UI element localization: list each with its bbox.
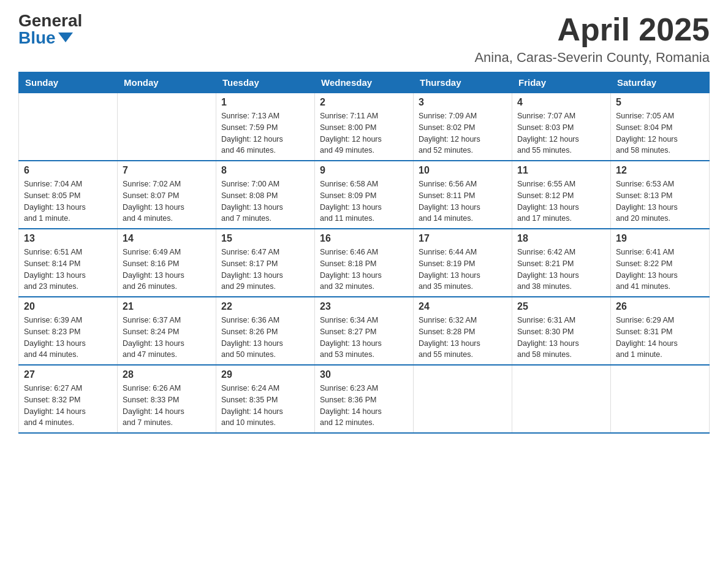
day-cell xyxy=(19,93,118,161)
day-info: Sunrise: 7:04 AM Sunset: 8:05 PM Dayligh… xyxy=(24,178,112,224)
col-thursday: Thursday xyxy=(414,72,512,93)
header-row: Sunday Monday Tuesday Wednesday Thursday… xyxy=(19,72,710,93)
day-cell: 24Sunrise: 6:32 AM Sunset: 8:28 PM Dayli… xyxy=(414,297,512,365)
day-info: Sunrise: 6:23 AM Sunset: 8:36 PM Dayligh… xyxy=(320,383,408,429)
day-info: Sunrise: 6:34 AM Sunset: 8:27 PM Dayligh… xyxy=(320,315,408,361)
day-cell: 2Sunrise: 7:11 AM Sunset: 8:00 PM Daylig… xyxy=(315,93,414,161)
day-cell: 20Sunrise: 6:39 AM Sunset: 8:23 PM Dayli… xyxy=(19,297,118,365)
day-cell: 29Sunrise: 6:24 AM Sunset: 8:35 PM Dayli… xyxy=(216,365,315,433)
day-cell: 3Sunrise: 7:09 AM Sunset: 8:02 PM Daylig… xyxy=(414,93,512,161)
day-cell: 11Sunrise: 6:55 AM Sunset: 8:12 PM Dayli… xyxy=(512,161,611,229)
day-number: 21 xyxy=(123,301,211,312)
day-number: 13 xyxy=(24,233,112,244)
col-saturday: Saturday xyxy=(611,72,710,93)
day-number: 28 xyxy=(123,369,211,380)
day-number: 19 xyxy=(616,233,704,244)
day-info: Sunrise: 6:37 AM Sunset: 8:24 PM Dayligh… xyxy=(123,315,211,361)
col-monday: Monday xyxy=(118,72,216,93)
week-row-3: 13Sunrise: 6:51 AM Sunset: 8:14 PM Dayli… xyxy=(19,229,710,297)
day-number: 14 xyxy=(123,233,211,244)
day-cell: 8Sunrise: 7:00 AM Sunset: 8:08 PM Daylig… xyxy=(216,161,315,229)
day-number: 6 xyxy=(24,165,112,176)
day-info: Sunrise: 6:29 AM Sunset: 8:31 PM Dayligh… xyxy=(616,315,704,361)
day-info: Sunrise: 7:00 AM Sunset: 8:08 PM Dayligh… xyxy=(221,178,309,224)
day-cell: 4Sunrise: 7:07 AM Sunset: 8:03 PM Daylig… xyxy=(512,93,611,161)
week-row-1: 1Sunrise: 7:13 AM Sunset: 7:59 PM Daylig… xyxy=(19,93,710,161)
day-cell: 21Sunrise: 6:37 AM Sunset: 8:24 PM Dayli… xyxy=(118,297,216,365)
day-info: Sunrise: 6:51 AM Sunset: 8:14 PM Dayligh… xyxy=(24,247,112,293)
day-number: 26 xyxy=(616,301,704,312)
col-sunday: Sunday xyxy=(19,72,118,93)
title-block: April 2025 Anina, Caras-Severin County, … xyxy=(474,12,710,66)
day-number: 24 xyxy=(419,301,507,312)
day-number: 11 xyxy=(517,165,605,176)
day-info: Sunrise: 7:13 AM Sunset: 7:59 PM Dayligh… xyxy=(221,110,309,156)
day-cell: 14Sunrise: 6:49 AM Sunset: 8:16 PM Dayli… xyxy=(118,229,216,297)
logo: General Blue xyxy=(18,12,82,47)
day-cell xyxy=(414,365,512,433)
day-cell: 5Sunrise: 7:05 AM Sunset: 8:04 PM Daylig… xyxy=(611,93,710,161)
day-info: Sunrise: 7:11 AM Sunset: 8:00 PM Dayligh… xyxy=(320,110,408,156)
day-info: Sunrise: 7:02 AM Sunset: 8:07 PM Dayligh… xyxy=(123,178,211,224)
day-cell: 12Sunrise: 6:53 AM Sunset: 8:13 PM Dayli… xyxy=(611,161,710,229)
day-info: Sunrise: 6:32 AM Sunset: 8:28 PM Dayligh… xyxy=(419,315,507,361)
day-number: 8 xyxy=(221,165,309,176)
day-cell xyxy=(611,365,710,433)
day-number: 12 xyxy=(616,165,704,176)
day-number: 29 xyxy=(221,369,309,380)
day-cell xyxy=(118,93,216,161)
day-info: Sunrise: 6:39 AM Sunset: 8:23 PM Dayligh… xyxy=(24,315,112,361)
day-number: 10 xyxy=(419,165,507,176)
day-cell: 22Sunrise: 6:36 AM Sunset: 8:26 PM Dayli… xyxy=(216,297,315,365)
day-cell xyxy=(512,365,611,433)
day-info: Sunrise: 6:53 AM Sunset: 8:13 PM Dayligh… xyxy=(616,178,704,224)
day-info: Sunrise: 6:49 AM Sunset: 8:16 PM Dayligh… xyxy=(123,247,211,293)
calendar-body: 1Sunrise: 7:13 AM Sunset: 7:59 PM Daylig… xyxy=(19,93,710,434)
day-info: Sunrise: 6:46 AM Sunset: 8:18 PM Dayligh… xyxy=(320,247,408,293)
location-label: Anina, Caras-Severin County, Romania xyxy=(474,50,710,66)
day-number: 27 xyxy=(24,369,112,380)
day-cell: 13Sunrise: 6:51 AM Sunset: 8:14 PM Dayli… xyxy=(19,229,118,297)
day-info: Sunrise: 6:26 AM Sunset: 8:33 PM Dayligh… xyxy=(123,383,211,429)
day-number: 7 xyxy=(123,165,211,176)
day-number: 5 xyxy=(616,97,704,108)
day-number: 1 xyxy=(221,97,309,108)
day-cell: 18Sunrise: 6:42 AM Sunset: 8:21 PM Dayli… xyxy=(512,229,611,297)
day-info: Sunrise: 6:42 AM Sunset: 8:21 PM Dayligh… xyxy=(517,247,605,293)
calendar-table: Sunday Monday Tuesday Wednesday Thursday… xyxy=(18,72,710,434)
day-number: 23 xyxy=(320,301,408,312)
day-info: Sunrise: 6:27 AM Sunset: 8:32 PM Dayligh… xyxy=(24,383,112,429)
day-cell: 17Sunrise: 6:44 AM Sunset: 8:19 PM Dayli… xyxy=(414,229,512,297)
col-friday: Friday xyxy=(512,72,611,93)
day-cell: 19Sunrise: 6:41 AM Sunset: 8:22 PM Dayli… xyxy=(611,229,710,297)
day-info: Sunrise: 7:07 AM Sunset: 8:03 PM Dayligh… xyxy=(517,110,605,156)
day-info: Sunrise: 6:55 AM Sunset: 8:12 PM Dayligh… xyxy=(517,178,605,224)
day-number: 20 xyxy=(24,301,112,312)
day-info: Sunrise: 6:44 AM Sunset: 8:19 PM Dayligh… xyxy=(419,247,507,293)
day-number: 17 xyxy=(419,233,507,244)
day-cell: 7Sunrise: 7:02 AM Sunset: 8:07 PM Daylig… xyxy=(118,161,216,229)
month-title: April 2025 xyxy=(474,12,710,47)
day-info: Sunrise: 7:05 AM Sunset: 8:04 PM Dayligh… xyxy=(616,110,704,156)
col-tuesday: Tuesday xyxy=(216,72,315,93)
day-info: Sunrise: 6:58 AM Sunset: 8:09 PM Dayligh… xyxy=(320,178,408,224)
day-number: 2 xyxy=(320,97,408,108)
col-wednesday: Wednesday xyxy=(315,72,414,93)
day-cell: 10Sunrise: 6:56 AM Sunset: 8:11 PM Dayli… xyxy=(414,161,512,229)
day-cell: 16Sunrise: 6:46 AM Sunset: 8:18 PM Dayli… xyxy=(315,229,414,297)
day-cell: 23Sunrise: 6:34 AM Sunset: 8:27 PM Dayli… xyxy=(315,297,414,365)
day-info: Sunrise: 6:41 AM Sunset: 8:22 PM Dayligh… xyxy=(616,247,704,293)
day-cell: 30Sunrise: 6:23 AM Sunset: 8:36 PM Dayli… xyxy=(315,365,414,433)
page-header: General Blue April 2025 Anina, Caras-Sev… xyxy=(18,12,710,66)
day-number: 15 xyxy=(221,233,309,244)
week-row-4: 20Sunrise: 6:39 AM Sunset: 8:23 PM Dayli… xyxy=(19,297,710,365)
logo-general-text: General xyxy=(18,12,82,29)
day-number: 22 xyxy=(221,301,309,312)
day-info: Sunrise: 6:24 AM Sunset: 8:35 PM Dayligh… xyxy=(221,383,309,429)
logo-triangle-icon xyxy=(58,33,73,42)
day-cell: 15Sunrise: 6:47 AM Sunset: 8:17 PM Dayli… xyxy=(216,229,315,297)
day-info: Sunrise: 6:31 AM Sunset: 8:30 PM Dayligh… xyxy=(517,315,605,361)
day-number: 3 xyxy=(419,97,507,108)
week-row-2: 6Sunrise: 7:04 AM Sunset: 8:05 PM Daylig… xyxy=(19,161,710,229)
day-cell: 27Sunrise: 6:27 AM Sunset: 8:32 PM Dayli… xyxy=(19,365,118,433)
